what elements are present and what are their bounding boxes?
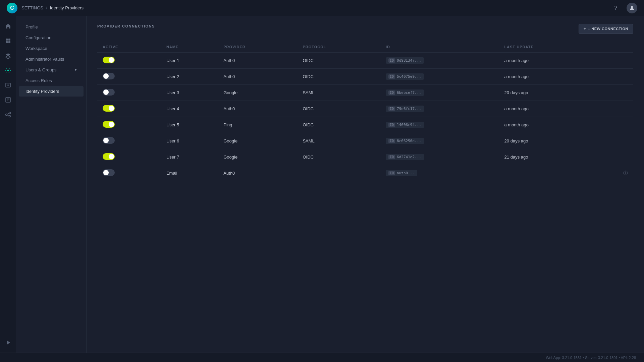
protocol-cell: OIDC <box>297 149 380 165</box>
sidebar-item-access-rules[interactable]: Access Rules <box>19 75 84 86</box>
footer: WebApp: 3.21.0-1531 • Server: 3.21.0-130… <box>0 353 644 362</box>
svg-line-18 <box>7 115 9 116</box>
svg-point-5 <box>7 70 9 71</box>
help-button[interactable]: ? <box>610 3 621 13</box>
actions-cell <box>596 149 633 165</box>
nav-settings-icon[interactable] <box>2 64 14 76</box>
active-toggle[interactable] <box>103 169 115 176</box>
active-toggle[interactable] <box>103 73 115 79</box>
svg-line-17 <box>7 113 9 114</box>
last-update-cell <box>499 165 596 181</box>
name-cell: User 2 <box>161 69 218 85</box>
col-active: ACTIVE <box>97 42 161 53</box>
table-header-row: ACTIVE NAME PROVIDER PROTOCOL ID LAST UP… <box>97 42 633 53</box>
table-row: EmailAuth0IDauth0...ⓘ <box>97 165 633 181</box>
nav-layers-icon[interactable] <box>2 50 14 62</box>
id-cell: ID14006c94... <box>380 117 499 133</box>
id-value: 14006c94... <box>397 123 421 127</box>
col-protocol: PROTOCOL <box>297 42 380 53</box>
active-cell <box>97 165 161 181</box>
breadcrumb-current: Identity Providers <box>50 5 84 10</box>
sidebar-item-profile[interactable]: Profile <box>19 22 84 32</box>
body-layout: Profile Configuration Workspace Administ… <box>0 16 644 353</box>
nav-deploy-icon[interactable] <box>2 337 14 349</box>
icon-nav <box>0 16 16 353</box>
sidebar-item-admin-vaults[interactable]: Administrator Vaults <box>19 54 84 64</box>
sidebar-item-identity-providers[interactable]: Identity Providers <box>19 86 84 97</box>
logo-area: C SETTINGS / Identity Providers <box>7 3 84 13</box>
id-cell: ID0d981347... <box>380 53 499 69</box>
protocol-cell: OIDC <box>297 117 380 133</box>
nav-home-icon[interactable] <box>2 20 14 32</box>
table-row: User 4Auth0OIDCID79e6fc17...a month ago <box>97 101 633 117</box>
id-value: 6bebcef7... <box>397 90 421 95</box>
id-cell: ID6bebcef7... <box>380 85 499 101</box>
sidebar-item-configuration[interactable]: Configuration <box>19 33 84 43</box>
active-toggle[interactable] <box>103 121 115 128</box>
sidebar-item-workspace[interactable]: Workspace <box>19 43 84 54</box>
svg-point-15 <box>9 112 10 114</box>
active-toggle[interactable] <box>103 153 115 160</box>
svg-point-14 <box>5 114 7 116</box>
id-value: 8c06250d... <box>397 139 421 143</box>
provider-cell: Google <box>218 85 297 101</box>
last-update-cell: 20 days ago <box>499 133 596 149</box>
protocol-cell: SAML <box>297 133 380 149</box>
info-icon[interactable]: ⓘ <box>623 170 628 176</box>
protocol-cell: OIDC <box>297 53 380 69</box>
name-cell: User 5 <box>161 117 218 133</box>
plus-icon: + <box>584 26 586 31</box>
id-value: 0d981347... <box>397 58 421 63</box>
protocol-cell: OIDC <box>297 69 380 85</box>
col-id: ID <box>380 42 499 53</box>
last-update-cell: 20 days ago <box>499 85 596 101</box>
last-update-cell: a month ago <box>499 69 596 85</box>
svg-point-16 <box>9 116 10 117</box>
nav-vault-icon[interactable] <box>2 79 14 91</box>
id-cell: ID6d2741e2... <box>380 149 499 165</box>
user-avatar-button[interactable] <box>627 3 637 13</box>
provider-cell: Google <box>218 149 297 165</box>
provider-cell: Ping <box>218 117 297 133</box>
col-actions <box>596 42 633 53</box>
breadcrumb: SETTINGS / Identity Providers <box>21 5 84 10</box>
active-cell <box>97 149 161 165</box>
id-value: auth0... <box>397 171 415 175</box>
last-update-cell: 21 days ago <box>499 149 596 165</box>
name-cell: User 3 <box>161 85 218 101</box>
sidebar-item-users-groups[interactable]: Users & Groups ▾ <box>19 65 84 75</box>
provider-cell: Auth0 <box>218 101 297 117</box>
protocol-cell: SAML <box>297 85 380 101</box>
nav-apps-icon[interactable] <box>2 35 14 47</box>
svg-rect-4 <box>8 41 10 43</box>
active-toggle[interactable] <box>103 89 115 96</box>
id-cell: ID5c4075e9... <box>380 69 499 85</box>
nav-integrations-icon[interactable] <box>2 109 14 121</box>
new-connection-button[interactable]: + + NEW CONNECTION <box>579 24 633 34</box>
active-toggle[interactable] <box>103 137 115 144</box>
name-cell: User 4 <box>161 101 218 117</box>
name-cell[interactable]: Email <box>161 165 218 181</box>
provider-table: ACTIVE NAME PROVIDER PROTOCOL ID LAST UP… <box>97 42 633 181</box>
col-name: NAME <box>161 42 218 53</box>
table-row: User 3GoogleSAMLID6bebcef7...20 days ago <box>97 85 633 101</box>
chevron-down-icon: ▾ <box>75 68 77 72</box>
nav-reports-icon[interactable] <box>2 94 14 106</box>
active-toggle[interactable] <box>103 105 115 112</box>
name-cell: User 1 <box>161 53 218 69</box>
last-update-cell: a month ago <box>499 117 596 133</box>
actions-cell <box>596 53 633 69</box>
provider-cell: Google <box>218 133 297 149</box>
svg-rect-2 <box>8 39 10 41</box>
col-provider: PROVIDER <box>218 42 297 53</box>
active-cell <box>97 101 161 117</box>
id-cell: ID79e6fc17... <box>380 101 499 117</box>
active-cell <box>97 117 161 133</box>
col-last-update: LAST UPDATE <box>499 42 596 53</box>
actions-cell <box>596 117 633 133</box>
provider-cell: Auth0 <box>218 165 297 181</box>
table-row: User 5PingOIDCID14006c94...a month ago <box>97 117 633 133</box>
id-cell: IDauth0... <box>380 165 499 181</box>
provider-cell: Auth0 <box>218 53 297 69</box>
active-toggle[interactable] <box>103 57 115 63</box>
